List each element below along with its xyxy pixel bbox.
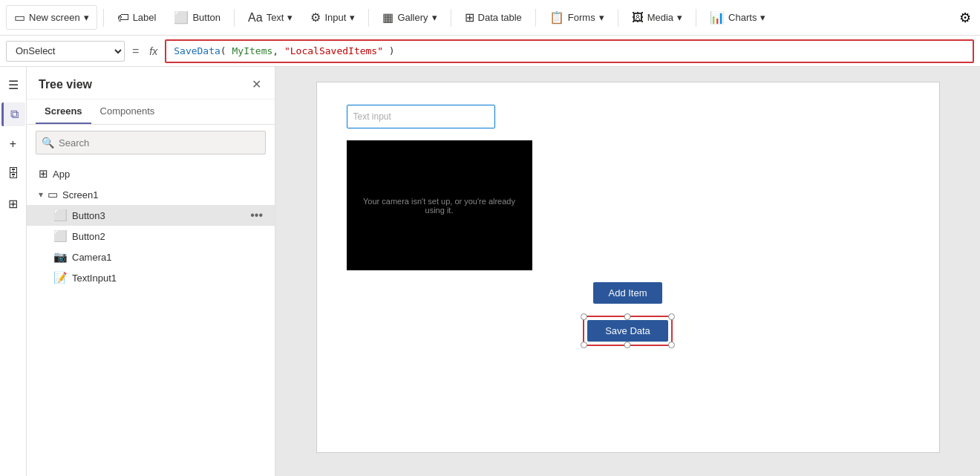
- main-toolbar: ▭ New screen ▾ 🏷 Label ⬜ Button Aa Text …: [0, 0, 980, 36]
- text-chevron-icon: ▾: [287, 12, 293, 23]
- app-label: App: [53, 169, 263, 180]
- button3-icon: ⬜: [53, 209, 68, 222]
- gallery-icon: ▦: [382, 10, 393, 25]
- search-input[interactable]: [36, 131, 266, 154]
- charts-label: Charts: [728, 12, 757, 23]
- toolbar-separator-4: [451, 9, 451, 27]
- add-icon[interactable]: +: [1, 132, 25, 156]
- new-screen-button[interactable]: ▭ New screen ▾: [6, 5, 97, 30]
- controls-icon[interactable]: ⊞: [1, 192, 25, 215]
- handle-top-center: [624, 313, 631, 320]
- equals-sign: =: [129, 45, 142, 58]
- formula-arg2: "LocalSavedItems": [284, 45, 383, 56]
- label-icon: 🏷: [117, 11, 129, 25]
- button3-more-icon[interactable]: •••: [250, 209, 263, 222]
- toolbar-right: ⚙: [956, 7, 974, 29]
- hamburger-menu-icon[interactable]: ☰: [1, 73, 25, 97]
- main-area: ☰ ⧉ + 🗄 ⊞ Tree view ✕ Screens Components…: [0, 67, 980, 476]
- layers-icon[interactable]: ⧉: [1, 102, 25, 126]
- camera-preview: Your camera isn't set up, or you're alre…: [347, 140, 532, 270]
- charts-chevron-icon: ▾: [760, 12, 765, 23]
- save-data-selection-border: Save Data: [583, 316, 673, 346]
- input-button[interactable]: ⚙ Input ▾: [303, 6, 362, 29]
- tree-content: ⊞ App ▾ ▭ Screen1 ⬜ Button3 ••• ⬜ Button…: [27, 160, 275, 476]
- new-screen-label: New screen: [29, 12, 80, 23]
- data-table-icon: ⊞: [465, 10, 474, 25]
- input-icon: ⚙: [310, 10, 321, 25]
- new-screen-icon: ▭: [14, 10, 25, 25]
- gallery-chevron-icon: ▾: [432, 12, 437, 23]
- text-input-preview[interactable]: Text input: [347, 105, 495, 128]
- handle-top-left: [581, 313, 587, 320]
- button-button[interactable]: ⬜ Button: [166, 6, 228, 29]
- tree-node-app[interactable]: ⊞ App: [27, 163, 275, 184]
- tree-panel: Tree view ✕ Screens Components 🔍 ⊞ App ▾…: [27, 67, 275, 476]
- media-chevron-icon: ▾: [677, 12, 682, 23]
- toolbar-separator-5: [535, 9, 536, 27]
- tree-node-screen1[interactable]: ▾ ▭ Screen1: [27, 184, 275, 205]
- forms-chevron-icon: ▾: [599, 12, 604, 23]
- canvas-frame: Text input Your camera isn't set up, or …: [316, 82, 940, 453]
- tab-components[interactable]: Components: [91, 100, 164, 124]
- data-table-button[interactable]: ⊞ Data table: [457, 6, 529, 29]
- text-input-placeholder: Text input: [353, 111, 391, 122]
- forms-button[interactable]: 📋 Forms ▾: [542, 6, 612, 29]
- button3-label: Button3: [72, 210, 246, 221]
- button-label: Button: [192, 12, 220, 23]
- fx-label: fx: [146, 45, 160, 57]
- camera1-icon: 📷: [53, 250, 68, 264]
- sidebar-icon-strip: ☰ ⧉ + 🗄 ⊞: [0, 67, 27, 476]
- handle-bottom-center: [624, 342, 631, 348]
- tree-header: Tree view ✕: [27, 67, 275, 100]
- screen1-chevron-icon: ▾: [39, 189, 43, 200]
- camera-message: Your camera isn't set up, or you're alre…: [347, 197, 532, 215]
- charts-icon: 📊: [710, 10, 725, 25]
- formula-paren-close: ): [383, 45, 395, 56]
- toolbar-separator-2: [234, 9, 235, 27]
- camera1-label: Camera1: [72, 252, 263, 263]
- input-label: Input: [324, 12, 346, 23]
- tree-node-camera1[interactable]: 📷 Camera1: [27, 247, 275, 267]
- canvas-area: Text input Your camera isn't set up, or …: [275, 67, 980, 476]
- add-item-button[interactable]: Add Item: [593, 282, 662, 304]
- data-icon[interactable]: 🗄: [1, 162, 25, 186]
- text-label: Text: [267, 12, 284, 23]
- media-icon: 🖼: [632, 11, 644, 25]
- toolbar-separator-3: [368, 9, 369, 27]
- settings-icon[interactable]: ⚙: [956, 7, 974, 29]
- formula-function: SaveData: [174, 45, 220, 56]
- tree-search-area: 🔍: [27, 125, 275, 160]
- tree-close-button[interactable]: ✕: [250, 76, 263, 93]
- input-chevron-icon: ▾: [350, 12, 355, 23]
- forms-icon: 📋: [549, 10, 564, 25]
- tab-screens[interactable]: Screens: [36, 100, 91, 124]
- handle-bottom-right: [668, 342, 675, 348]
- save-data-button[interactable]: Save Data: [587, 320, 668, 342]
- formula-content: SaveData( MyItems, "LocalSavedItems" ): [174, 45, 394, 56]
- save-data-button-container: Save Data: [583, 316, 673, 346]
- formula-paren-open: (: [220, 45, 232, 56]
- tree-node-button2[interactable]: ⬜ Button2: [27, 226, 275, 247]
- tree-node-button3[interactable]: ⬜ Button3 •••: [27, 205, 275, 226]
- tree-title: Tree view: [39, 78, 92, 91]
- formula-bar: OnSelect = fx SaveData( MyItems, "LocalS…: [0, 36, 980, 67]
- media-button[interactable]: 🖼 Media ▾: [624, 7, 690, 29]
- button-icon: ⬜: [174, 10, 189, 25]
- formula-input[interactable]: SaveData( MyItems, "LocalSavedItems" ): [165, 39, 974, 63]
- gallery-button[interactable]: ▦ Gallery ▾: [375, 6, 444, 29]
- label-button[interactable]: 🏷 Label: [110, 7, 164, 29]
- property-select[interactable]: OnSelect: [6, 41, 125, 62]
- data-table-label: Data table: [478, 12, 522, 23]
- search-icon: 🔍: [42, 137, 54, 149]
- text-icon: Aa: [248, 11, 263, 25]
- text-button[interactable]: Aa Text ▾: [241, 7, 300, 29]
- handle-bottom-left: [581, 342, 587, 348]
- tree-node-textinput1[interactable]: 📝 TextInput1: [27, 267, 275, 288]
- forms-label: Forms: [568, 12, 595, 23]
- new-screen-chevron-icon: ▾: [84, 12, 89, 23]
- app-icon: ⊞: [39, 167, 48, 180]
- toolbar-separator-7: [696, 9, 696, 27]
- handle-top-right: [668, 313, 675, 320]
- charts-button[interactable]: 📊 Charts ▾: [702, 6, 773, 29]
- button2-icon: ⬜: [53, 229, 68, 243]
